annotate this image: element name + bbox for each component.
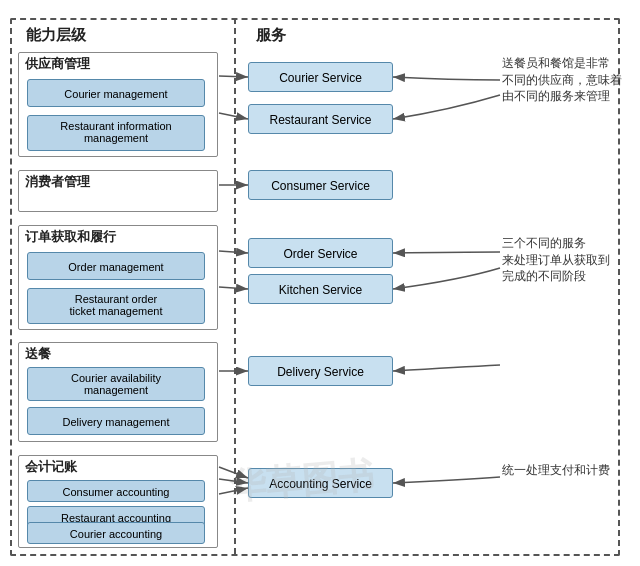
item-restaurant-order-ticket: Restaurant orderticket management — [27, 288, 205, 324]
group-supplier-label: 供应商管理 — [19, 53, 217, 75]
group-delivery: 送餐 Courier availabilitymanagement Delive… — [18, 342, 218, 442]
group-consumer: 消费者管理 — [18, 170, 218, 212]
item-restaurant-info-management: Restaurant informationmanagement — [27, 115, 205, 151]
item-courier-accounting: Courier accounting — [27, 522, 205, 544]
service-accounting: Accounting Service — [248, 468, 393, 498]
service-delivery: Delivery Service — [248, 356, 393, 386]
right-header: 服务 — [248, 22, 294, 49]
item-delivery-management: Delivery management — [27, 407, 205, 435]
group-delivery-label: 送餐 — [19, 343, 217, 365]
item-courier-availability: Courier availabilitymanagement — [27, 367, 205, 401]
annotation-accounting: 统一处理支付和计费 — [502, 462, 632, 479]
annotation-order: 三个不同的服务来处理订单从获取到完成的不同阶段 — [502, 235, 632, 285]
service-kitchen: Kitchen Service — [248, 274, 393, 304]
left-header: 能力层级 — [18, 22, 94, 49]
group-accounting: 会计记账 Consumer accounting Restaurant acco… — [18, 455, 218, 548]
item-order-management: Order management — [27, 252, 205, 280]
service-order: Order Service — [248, 238, 393, 268]
service-courier: Courier Service — [248, 62, 393, 92]
service-restaurant: Restaurant Service — [248, 104, 393, 134]
diagram-container: 能力层级 服务 供应商管理 Courier management Restaur… — [0, 0, 640, 566]
group-consumer-label: 消费者管理 — [19, 171, 217, 193]
item-courier-management: Courier management — [27, 79, 205, 107]
annotation-supplier: 送餐员和餐馆是非常不同的供应商，意味着由不同的服务来管理 — [502, 55, 632, 105]
service-consumer: Consumer Service — [248, 170, 393, 200]
item-consumer-accounting: Consumer accounting — [27, 480, 205, 502]
group-accounting-label: 会计记账 — [19, 456, 217, 478]
group-order-label: 订单获取和履行 — [19, 226, 217, 248]
group-order: 订单获取和履行 Order management Restaurant orde… — [18, 225, 218, 330]
group-supplier: 供应商管理 Courier management Restaurant info… — [18, 52, 218, 157]
